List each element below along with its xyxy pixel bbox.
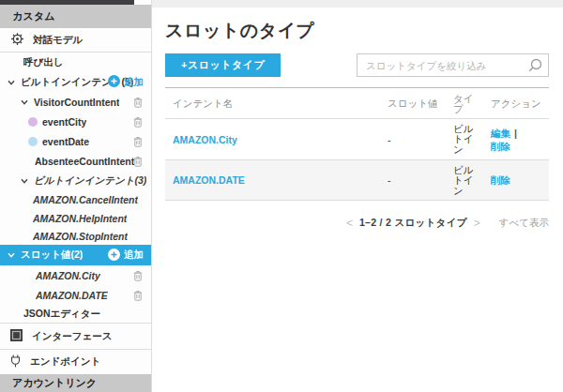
- trash-icon[interactable]: [133, 136, 143, 147]
- main-panel: スロットのタイプ +スロットタイプ インテント名 スロット値 タイプ アクション: [152, 0, 563, 392]
- sidebar-item-amazon-cancelintent[interactable]: AMAZON.CancelIntent: [0, 190, 151, 209]
- toolbar: +スロットタイプ: [165, 53, 549, 77]
- sidebar-item-slot-values[interactable]: スロット値(2) 追加: [0, 245, 151, 265]
- type-cell: ビルトイン: [453, 165, 478, 196]
- sidebar-section-custom-label: カスタム: [12, 9, 55, 23]
- sidebar-item-label: eventDate: [42, 136, 89, 147]
- sidebar-item-dialog-model[interactable]: 対話モデル: [0, 28, 151, 53]
- trash-icon[interactable]: [133, 290, 143, 301]
- column-header-intent-name: インテント名: [165, 98, 388, 111]
- table-row: AMAZON.DATE - ビルトイン 削除: [165, 159, 549, 201]
- sidebar-item-visitorcountintent[interactable]: VisitorCountIntent: [0, 92, 151, 112]
- sidebar-item-label: エンドポイント: [30, 355, 100, 369]
- sidebar-item-label: インターフェース: [32, 330, 112, 343]
- pagination-range: 1–2 / 2 スロットタイプ: [359, 217, 467, 230]
- sidebar-item-label: 対話モデル: [33, 34, 83, 47]
- pagination-prev-icon[interactable]: <: [346, 217, 353, 230]
- main-content: スロットのタイプ +スロットタイプ インテント名 スロット値 タイプ アクション: [152, 8, 563, 230]
- table-header-row: インテント名 スロット値 タイプ アクション: [165, 89, 549, 118]
- trash-icon[interactable]: [133, 270, 143, 281]
- sidebar-item-label: eventCity: [42, 116, 86, 128]
- sidebar-item-interface[interactable]: インターフェース: [0, 323, 151, 349]
- sidebar-item-label: JSONエディター: [23, 308, 100, 321]
- pagination: < 1–2 / 2 スロットタイプ > すべて表示: [165, 217, 549, 230]
- trash-icon[interactable]: [133, 156, 143, 167]
- sidebar-item-label: AbsenteeCountIntent: [35, 156, 134, 167]
- sidebar-section-account-linking[interactable]: アカウントリンク: [0, 374, 151, 392]
- slot-value-cell: -: [388, 174, 453, 186]
- sidebar-item-eventdate[interactable]: eventDate: [0, 131, 151, 151]
- sidebar-item-json-editor[interactable]: JSONエディター: [0, 305, 151, 323]
- slot-type-link[interactable]: AMAZON.DATE: [173, 174, 245, 186]
- endpoint-icon: [10, 354, 21, 369]
- sidebar-item-absenteecountintent[interactable]: AbsenteeCountIntent: [0, 151, 151, 171]
- sidebar-item-amazon-date[interactable]: AMAZON.DATE: [0, 285, 151, 305]
- toolbar-divider: [165, 87, 549, 88]
- sidebar-item-label: AMAZON.CancelIntent: [33, 194, 138, 205]
- column-header-actions: アクション: [491, 98, 549, 111]
- action-separator: |: [514, 128, 517, 139]
- sidebar-item-builtin-intents-3[interactable]: ビルトインインテント(3): [0, 171, 151, 190]
- actions-cell: 削除: [491, 173, 549, 187]
- actions-cell: 編集| 削除: [491, 127, 549, 153]
- sidebar-item-endpoint[interactable]: エンドポイント: [0, 349, 151, 374]
- edit-link[interactable]: 編集: [491, 128, 510, 139]
- interface-icon: [10, 329, 23, 343]
- plus-circle-icon: [108, 249, 120, 263]
- add-slot-type-button-main[interactable]: +スロットタイプ: [165, 53, 281, 77]
- sidebar-item-amazon-stopintent[interactable]: AMAZON.StopIntent: [0, 228, 151, 245]
- sidebar: カスタム 対話モデル 呼び出し ビルトインインテント(5): [0, 0, 152, 392]
- sidebar-item-label: AMAZON.StopIntent: [33, 231, 128, 242]
- page-title: スロットのタイプ: [165, 19, 549, 43]
- sidebar-item-eventcity[interactable]: eventCity: [0, 112, 151, 131]
- chevron-down-icon[interactable]: [8, 249, 15, 261]
- sidebar-item-builtin-intents-5[interactable]: ビルトインインテント(5) 追加: [0, 72, 151, 92]
- gear-icon: [10, 32, 24, 48]
- sidebar-item-label: 呼び出し: [23, 56, 64, 69]
- sidebar-item-label: AMAZON.HelpIntent: [33, 213, 127, 224]
- slot-types-table: インテント名 スロット値 タイプ アクション AMAZON.City - ビルト…: [165, 89, 549, 201]
- slot-color-dot: [28, 117, 38, 127]
- sidebar-section-account-linking-label: アカウントリンク: [12, 376, 97, 390]
- sidebar-section-custom: カスタム: [0, 5, 151, 28]
- search-icon[interactable]: [527, 58, 542, 73]
- show-all-link[interactable]: すべて表示: [499, 217, 549, 230]
- sidebar-item-label: AMAZON.City: [36, 270, 100, 281]
- chevron-down-icon[interactable]: [21, 175, 28, 187]
- pagination-next-icon[interactable]: >: [474, 217, 480, 230]
- slot-value-cell: -: [388, 134, 453, 145]
- add-label: 追加: [124, 76, 144, 89]
- sidebar-item-invocation[interactable]: 呼び出し: [0, 53, 151, 72]
- trash-icon[interactable]: [133, 116, 143, 128]
- search-input[interactable]: [357, 53, 549, 77]
- lex-console: カスタム 対話モデル 呼び出し ビルトインインテント(5): [0, 0, 563, 392]
- chevron-down-icon[interactable]: [8, 77, 15, 88]
- add-slot-type-button[interactable]: 追加: [108, 249, 144, 263]
- slot-color-dot: [28, 137, 38, 146]
- slot-type-link[interactable]: AMAZON.City: [173, 134, 237, 145]
- delete-link[interactable]: 削除: [491, 141, 510, 152]
- sidebar-item-label: スロット値(2): [21, 249, 83, 262]
- table-row: AMAZON.City - ビルトイン 編集| 削除: [165, 118, 549, 159]
- type-cell: ビルトイン: [453, 124, 478, 155]
- sidebar-item-label: VisitorCountIntent: [34, 97, 119, 108]
- sidebar-item-label: AMAZON.DATE: [36, 290, 108, 301]
- chevron-down-icon[interactable]: [21, 97, 28, 108]
- main-top-strip: [152, 0, 563, 8]
- add-label: 追加: [124, 249, 144, 262]
- column-header-slot-value: スロット値: [388, 98, 453, 111]
- trash-icon[interactable]: [133, 97, 143, 108]
- search-box: [357, 53, 549, 77]
- sidebar-item-amazon-helpintent[interactable]: AMAZON.HelpIntent: [0, 209, 151, 228]
- delete-link[interactable]: 削除: [491, 174, 510, 186]
- add-builtin-intent-button[interactable]: 追加: [108, 75, 144, 89]
- sidebar-item-label: ビルトインインテント(3): [34, 174, 146, 188]
- plus-circle-icon: [108, 75, 120, 89]
- sidebar-item-amazon-city[interactable]: AMAZON.City: [0, 265, 151, 285]
- column-header-type: タイプ: [453, 94, 478, 114]
